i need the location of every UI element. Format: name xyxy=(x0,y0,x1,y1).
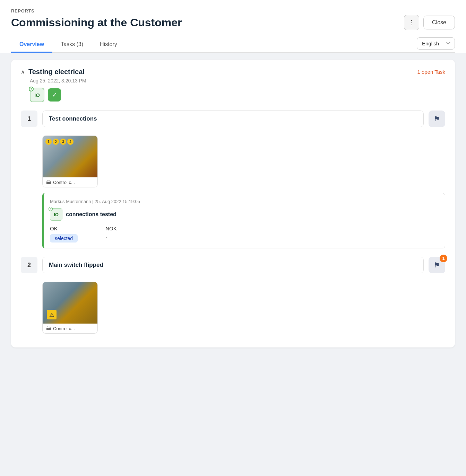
selected-badge: selected xyxy=(50,234,78,243)
photo-icon-1: 🏔 xyxy=(46,179,51,185)
response-author: Markus Mustermann | 25. Aug 2022 15:19:0… xyxy=(50,199,439,204)
chevron-up-icon: ∧ xyxy=(21,69,25,75)
section-title: Testing electrical xyxy=(28,68,85,76)
page-title: Commissioning at the Customer xyxy=(11,16,182,29)
photo-thumbnail-1[interactable]: 1 2 3 4 🏔 Control c... xyxy=(42,135,98,187)
ok-label: OK xyxy=(50,226,78,231)
check-icon: ✓ xyxy=(52,91,57,99)
section-date: Aug 25, 2022, 3:20:13 PM xyxy=(30,78,445,83)
task-label-1: Test connections xyxy=(42,111,424,127)
photo-image-2: ⚠ xyxy=(43,282,98,324)
photo-caption-2: 🏔 Control c... xyxy=(43,324,97,333)
task-number-2: 2 xyxy=(21,257,37,273)
label-4: 4 xyxy=(67,139,74,145)
task-row-2: 2 Main switch flipped ⚑ 1 xyxy=(21,257,445,273)
star-dot: ✦ xyxy=(29,87,34,91)
task-row-1: 1 Test connections ⚑ xyxy=(21,111,445,127)
close-button[interactable]: Close xyxy=(423,16,455,29)
warning-icon: ⚠ xyxy=(47,310,57,319)
reports-breadcrumb: REPORTS xyxy=(11,8,455,14)
nok-value: - xyxy=(105,234,117,240)
flag-button-1[interactable]: ⚑ xyxy=(429,111,445,127)
flag-icon-1: ⚑ xyxy=(434,115,440,123)
response-io-badge: ✦ IO xyxy=(50,208,62,221)
photo-icon-2: 🏔 xyxy=(46,326,51,331)
photo-thumbnail-2[interactable]: ⚠ 🏔 Control c... xyxy=(42,282,98,334)
label-1: 1 xyxy=(45,139,52,145)
badge-count-2: 1 xyxy=(440,255,447,262)
tab-history[interactable]: History xyxy=(92,37,126,53)
flag-button-2[interactable]: ⚑ 1 xyxy=(429,257,445,273)
tab-overview[interactable]: Overview xyxy=(11,37,52,53)
check-badge: ✓ xyxy=(48,88,61,102)
label-2: 2 xyxy=(53,139,59,145)
response-title: connections tested xyxy=(66,211,116,218)
nok-label: NOK xyxy=(105,226,117,231)
response-star-dot: ✦ xyxy=(49,207,53,211)
open-task-badge: 1 open Task xyxy=(417,69,445,75)
flag-icon-2: ⚑ xyxy=(434,261,440,269)
tab-tasks[interactable]: Tasks (3) xyxy=(52,37,92,53)
task-number-1: 1 xyxy=(21,111,37,127)
response-card-1: Markus Mustermann | 25. Aug 2022 15:19:0… xyxy=(42,193,445,248)
io-badge: ✦ IO xyxy=(30,88,44,102)
more-button[interactable]: ⋮ xyxy=(404,15,419,30)
language-select[interactable]: English Deutsch Français xyxy=(417,37,455,50)
label-3: 3 xyxy=(60,139,66,145)
photo-caption-1: 🏔 Control c... xyxy=(43,177,97,187)
task-label-2: Main switch flipped xyxy=(42,257,424,273)
photo-image-1: 1 2 3 4 xyxy=(43,136,98,177)
